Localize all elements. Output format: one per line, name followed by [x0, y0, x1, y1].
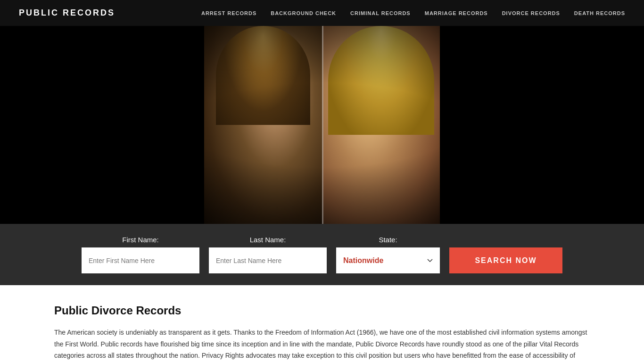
hero-divider [322, 26, 323, 224]
first-name-label: First Name: [82, 236, 199, 244]
nav-marriage-records[interactable]: MARRIAGE RECORDS [425, 10, 488, 16]
first-name-field: First Name: [82, 236, 199, 273]
nav-death-records[interactable]: DEATH RECORDS [574, 10, 625, 16]
state-label: State: [336, 236, 440, 244]
last-name-label: Last Name: [209, 236, 327, 244]
page-heading: Public Divorce Records [54, 304, 590, 317]
state-field: State: NationwideAlabamaAlaskaArizonaArk… [336, 236, 440, 273]
nav-arrest-records[interactable]: ARREST RECORDS [201, 10, 256, 16]
header: PUBLIC RECORDS ARREST RECORDS BACKGROUND… [0, 0, 644, 26]
hero-person-left [204, 26, 322, 224]
last-name-field: Last Name: [209, 236, 327, 273]
state-select[interactable]: NationwideAlabamaAlaskaArizonaArkansasCa… [336, 247, 440, 273]
main-nav: ARREST RECORDS BACKGROUND CHECK CRIMINAL… [201, 10, 625, 16]
hero-image [204, 26, 440, 224]
nav-criminal-records[interactable]: CRIMINAL RECORDS [350, 10, 411, 16]
hero-person-right [322, 26, 440, 224]
site-logo: PUBLIC RECORDS [19, 8, 115, 18]
search-now-button[interactable]: SEARCH NOW [449, 247, 562, 273]
main-content: Public Divorce Records The American soci… [0, 285, 644, 362]
first-name-input[interactable] [82, 247, 199, 273]
last-name-input[interactable] [209, 247, 327, 273]
main-paragraph: The American society is undeniably as tr… [54, 327, 590, 362]
search-bar: First Name: Last Name: State: Nationwide… [0, 224, 644, 285]
nav-background-check[interactable]: BACKGROUND CHECK [271, 10, 336, 16]
hero-section [0, 26, 644, 224]
nav-divorce-records[interactable]: DIVORCE RECORDS [502, 10, 560, 16]
search-field-group: First Name: Last Name: State: Nationwide… [19, 236, 625, 273]
